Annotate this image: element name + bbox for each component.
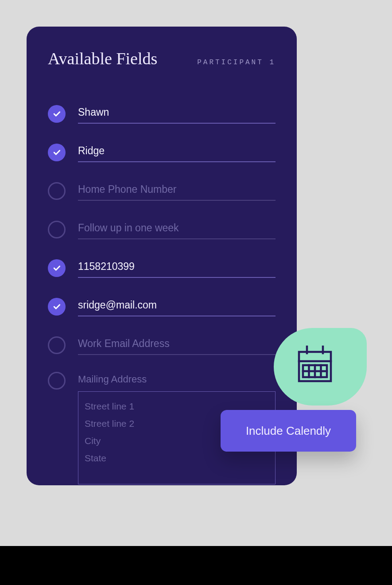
uncheck-icon[interactable]: [48, 221, 66, 238]
field-row-phone: [48, 258, 276, 278]
address-line: State: [85, 450, 269, 467]
field-row-last-name: [48, 142, 276, 162]
card-header: Available Fields PARTICIPANT 1: [48, 49, 276, 68]
work-email-input[interactable]: [78, 335, 276, 355]
follow-up-input[interactable]: [78, 219, 276, 239]
uncheck-icon[interactable]: [48, 336, 66, 354]
field-row-home-phone: [48, 181, 276, 201]
first-name-input[interactable]: [78, 104, 276, 124]
mailing-address-label: Mailing Address: [78, 374, 276, 385]
email-input[interactable]: [78, 296, 276, 316]
home-phone-input[interactable]: [78, 181, 276, 201]
check-icon[interactable]: [48, 105, 66, 123]
check-icon[interactable]: [48, 259, 66, 277]
field-row-follow-up: [48, 219, 276, 239]
participant-label: PARTICIPANT 1: [197, 58, 276, 66]
field-row-email: [48, 296, 276, 316]
uncheck-icon[interactable]: [48, 372, 66, 390]
include-calendly-button[interactable]: Include Calendly: [221, 410, 356, 452]
uncheck-icon[interactable]: [48, 182, 66, 200]
calendar-icon: [299, 345, 342, 389]
field-row-first-name: [48, 104, 276, 124]
footer-bar: [0, 546, 392, 585]
phone-input[interactable]: [78, 258, 276, 278]
check-icon[interactable]: [48, 298, 66, 316]
card-title: Available Fields: [48, 49, 157, 68]
field-row-work-email: [48, 335, 276, 355]
include-calendly-label: Include Calendly: [246, 424, 331, 438]
calendar-badge: [274, 328, 367, 406]
last-name-input[interactable]: [78, 142, 276, 162]
check-icon[interactable]: [48, 144, 66, 161]
